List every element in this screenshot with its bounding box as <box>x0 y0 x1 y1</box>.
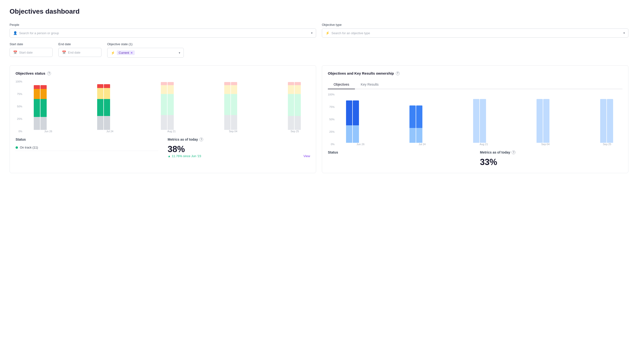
metrics-title-text: Metrics as of today <box>168 138 198 141</box>
objective-state-input[interactable]: ⚡ Current ✕ ▾ <box>107 48 184 58</box>
bar-sep04-1 <box>224 80 230 130</box>
ownership-bars <box>336 93 622 143</box>
objectives-status-bottom: Status On track (11) Metrics as of today… <box>16 138 310 158</box>
tab-objectives[interactable]: Objectives <box>328 80 355 89</box>
end-date-label: End date <box>58 42 102 46</box>
own-bar-group-jul24 <box>400 93 432 143</box>
metric-change-text: 11.76% since Jun '23 <box>172 154 201 158</box>
filter-row-1: People 👤 Search for a person or group ▾ … <box>10 23 628 38</box>
current-tag: Current ✕ <box>117 50 135 55</box>
ownership-metric-value: 33% <box>480 157 623 167</box>
metrics-title: Metrics as of today ? <box>168 138 310 141</box>
own-bar-jun26-2 <box>353 93 359 143</box>
bar-group-sep25 <box>278 80 310 130</box>
objective-type-filter-group: Objective type ⚡ Search for an objective… <box>322 23 628 38</box>
filters-section: People 👤 Search for a person or group ▾ … <box>10 23 628 58</box>
arrow-up-icon: ▲ <box>168 154 171 158</box>
objective-state-label: Objective state (1) <box>107 42 184 46</box>
objectives-status-title-text: Objectives status <box>16 71 45 75</box>
own-bar-spacer4 <box>559 93 591 143</box>
on-track-dot <box>16 146 18 149</box>
calendar-icon: 📅 <box>13 50 17 54</box>
ownership-bars-container: Jun 26 Jul 24 Aug 21 Sep 04 Sep 25 <box>336 93 622 146</box>
remove-tag-button[interactable]: ✕ <box>130 51 133 54</box>
bar-sep25-2 <box>295 80 301 130</box>
filter-icon: ⚡ <box>325 31 330 35</box>
start-date-input[interactable]: 📅 Start date <box>10 48 53 57</box>
own-bar-group-sep25 <box>591 93 622 143</box>
view-link[interactable]: View <box>303 154 310 158</box>
bar-aug21-2 <box>168 80 174 130</box>
start-date-placeholder: Start date <box>19 51 49 54</box>
bar-jul24-2 <box>104 80 110 130</box>
filter-row-2: Start date 📅 Start date End date 📅 End d… <box>10 42 628 58</box>
bar-group-sep04 <box>215 80 247 130</box>
objective-state-filter-group: Objective state (1) ⚡ Current ✕ ▾ <box>107 42 184 58</box>
metrics-help-icon[interactable]: ? <box>199 138 203 141</box>
ownership-title: Objectives and Key Results ownership ? <box>328 71 622 75</box>
objectives-status-card: Objectives status ? 100% 75% 50% 25% 0% <box>10 65 316 173</box>
own-bar-jun26-1 <box>346 93 352 143</box>
own-bar-jul24-2 <box>416 93 422 143</box>
bar-group-jun26 <box>24 80 56 130</box>
own-bar-group-sep04 <box>527 93 559 143</box>
own-bar-sep04-1 <box>536 93 543 143</box>
objectives-status-title: Objectives status ? <box>16 71 310 75</box>
status-on-track: On track (11) <box>16 144 158 151</box>
ownership-chart: 100% 75% 50% 25% 0% <box>328 93 622 146</box>
objectives-bars <box>24 80 310 130</box>
own-bar-aug21-1 <box>473 93 479 143</box>
status-section: Status On track (11) <box>16 138 158 158</box>
ownership-status-title: Status <box>328 150 470 154</box>
bar-jun26-1 <box>34 80 40 130</box>
ownership-metrics-title: Metrics as of today ? <box>480 150 623 154</box>
state-filter-icon: ⚡ <box>111 51 115 55</box>
dashboards-grid: Objectives status ? 100% 75% 50% 25% 0% <box>10 65 628 173</box>
y-axis-objectives: 100% 75% 50% 25% 0% <box>16 80 24 133</box>
own-bar-spacer3 <box>495 93 527 143</box>
state-chevron-icon: ▾ <box>179 51 180 54</box>
end-date-input[interactable]: 📅 End date <box>58 48 102 57</box>
own-bar-spacer1 <box>368 93 400 143</box>
end-date-placeholder: End date <box>68 51 98 54</box>
objective-type-label: Objective type <box>322 23 628 26</box>
ownership-card: Objectives and Key Results ownership ? O… <box>322 65 628 173</box>
calendar-end-icon: 📅 <box>62 50 66 54</box>
bar-sep25-1 <box>288 80 294 130</box>
bar-group-aug21 <box>151 80 183 130</box>
objectives-status-help-icon[interactable]: ? <box>47 72 51 75</box>
bar-jun26-2 <box>41 80 47 130</box>
page-title: Objectives dashboard <box>10 8 628 15</box>
bar-group-spacer3 <box>183 80 215 130</box>
own-bar-group-jun26 <box>336 93 368 143</box>
y-axis-ownership: 100% 75% 50% 25% 0% <box>328 93 336 146</box>
objectives-bars-container: Jun 26 Jul 24 Aug 21 Sep 04 Sep 25 <box>24 80 310 133</box>
end-date-filter-group: End date 📅 End date <box>58 42 102 58</box>
metrics-value-group: 38% ▲ 11.76% since Jun '23 <box>168 144 201 158</box>
ownership-tabs: Objectives Key Results <box>328 80 622 89</box>
ownership-help-icon[interactable]: ? <box>396 72 400 75</box>
ownership-metrics-help-icon[interactable]: ? <box>512 150 515 154</box>
metric-change: ▲ 11.76% since Jun '23 <box>168 154 201 158</box>
x-labels-ownership: Jun 26 Jul 24 Aug 21 Sep 04 Sep 25 <box>336 143 622 146</box>
status-title: Status <box>16 138 158 141</box>
objective-type-chevron-icon: ▾ <box>623 31 625 35</box>
ownership-status-section: Status <box>328 150 470 167</box>
people-chevron-icon: ▾ <box>311 31 313 35</box>
bar-group-spacer1 <box>56 80 88 130</box>
own-bar-group-aug21 <box>463 93 495 143</box>
objective-type-placeholder: Search for an objective type <box>331 31 621 35</box>
metrics-section: Metrics as of today ? 38% ▲ 11.76% since… <box>168 138 310 158</box>
objective-type-input[interactable]: ⚡ Search for an objective type ▾ <box>322 28 628 38</box>
people-input[interactable]: 👤 Search for a person or group ▾ <box>10 28 316 38</box>
metric-value: 38% <box>168 144 201 154</box>
current-tag-label: Current <box>119 51 129 54</box>
own-bar-aug21-2 <box>480 93 486 143</box>
people-label: People <box>10 23 316 26</box>
own-bar-jul24-1 <box>409 93 416 143</box>
people-placeholder: Search for a person or group <box>19 31 309 35</box>
x-labels-objectives: Jun 26 Jul 24 Aug 21 Sep 04 Sep 25 <box>24 130 310 133</box>
tab-key-results[interactable]: Key Results <box>355 80 384 89</box>
ownership-metrics-title-text: Metrics as of today <box>480 150 510 154</box>
start-date-label: Start date <box>10 42 53 46</box>
